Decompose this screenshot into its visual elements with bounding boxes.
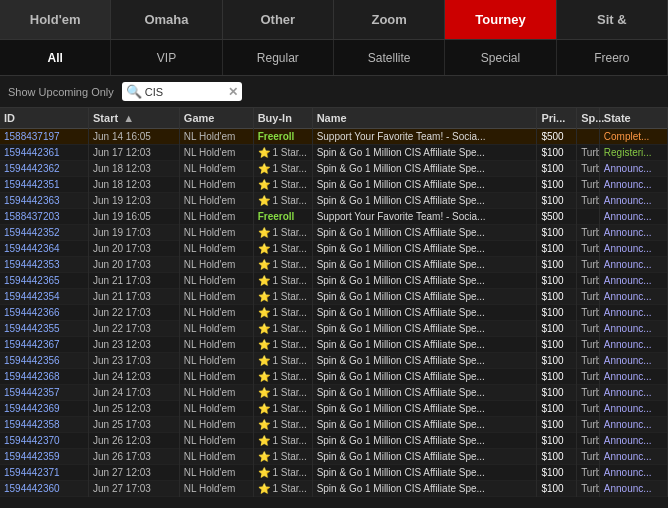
table-row[interactable]: 1594442353 Jun 20 17:03 NL Hold'em ⭐ 1 S… [0,257,668,273]
table-row[interactable]: 1594442357 Jun 24 17:03 NL Hold'em ⭐ 1 S… [0,385,668,401]
cell-buyin: ⭐ 1 Star... [253,465,312,481]
cell-buyin: ⭐ 1 Star... [253,289,312,305]
table-row[interactable]: 1588437197 Jun 14 16:05 NL Hold'em Freer… [0,129,668,145]
tab-other[interactable]: Other [223,0,334,39]
table-row[interactable]: 1594442356 Jun 23 17:03 NL Hold'em ⭐ 1 S… [0,353,668,369]
clear-search-button[interactable]: ✕ [228,86,238,98]
cell-sp: Turbo [577,353,600,369]
cell-price: $100 [537,305,577,321]
cell-price: $100 [537,225,577,241]
search-input[interactable] [145,86,225,98]
cell-name: Spin & Go 1 Million CIS Affiliate Spe... [312,385,537,401]
table-row[interactable]: 1594442364 Jun 20 17:03 NL Hold'em ⭐ 1 S… [0,241,668,257]
col-header-buyin[interactable]: Buy-In [253,108,312,129]
cell-start: Jun 19 12:03 [89,193,180,209]
cell-sp: Turbo [577,305,600,321]
table-row[interactable]: 1594442363 Jun 19 12:03 NL Hold'em ⭐ 1 S… [0,193,668,209]
subtab-special[interactable]: Special [445,40,556,75]
col-header-start[interactable]: Start ▲ [89,108,180,129]
table-row[interactable]: 1594442370 Jun 26 12:03 NL Hold'em ⭐ 1 S… [0,433,668,449]
table-row[interactable]: 1594442368 Jun 24 12:03 NL Hold'em ⭐ 1 S… [0,369,668,385]
cell-price: $100 [537,289,577,305]
table-row[interactable]: 1594442367 Jun 23 12:03 NL Hold'em ⭐ 1 S… [0,337,668,353]
table-row[interactable]: 1594442361 Jun 17 12:03 NL Hold'em ⭐ 1 S… [0,145,668,161]
subtab-regular[interactable]: Regular [223,40,334,75]
cell-state: Announc... [599,273,667,289]
tab-zoom[interactable]: Zoom [334,0,445,39]
cell-start: Jun 19 17:03 [89,225,180,241]
cell-start: Jun 22 17:03 [89,305,180,321]
cell-game: NL Hold'em [179,353,253,369]
cell-id: 1594442362 [0,161,89,177]
cell-name: Spin & Go 1 Million CIS Affiliate Spe... [312,257,537,273]
cell-name: Spin & Go 1 Million CIS Affiliate Spe... [312,145,537,161]
cell-start: Jun 14 16:05 [89,129,180,145]
col-header-game[interactable]: Game [179,108,253,129]
cell-state: Announc... [599,337,667,353]
table-row[interactable]: 1594442359 Jun 26 17:03 NL Hold'em ⭐ 1 S… [0,449,668,465]
table-row[interactable]: 1594442366 Jun 22 17:03 NL Hold'em ⭐ 1 S… [0,305,668,321]
cell-start: Jun 19 16:05 [89,209,180,225]
cell-state: Announc... [599,193,667,209]
cell-start: Jun 27 12:03 [89,465,180,481]
cell-id: 1594442359 [0,449,89,465]
tab-sit[interactable]: Sit & [557,0,668,39]
cell-sp: Turbo [577,257,600,273]
subtab-vip[interactable]: VIP [111,40,222,75]
cell-start: Jun 21 17:03 [89,273,180,289]
cell-buyin: ⭐ 1 Star... [253,353,312,369]
table-row[interactable]: 1594442351 Jun 18 12:03 NL Hold'em ⭐ 1 S… [0,177,668,193]
tab-holdem[interactable]: Hold'em [0,0,111,39]
tab-omaha[interactable]: Omaha [111,0,222,39]
cell-state: Complet... [599,129,667,145]
cell-sp: Turbo [577,417,600,433]
cell-id: 1594442356 [0,353,89,369]
col-header-id[interactable]: ID [0,108,89,129]
cell-sp: Turbo [577,481,600,497]
cell-state: Announc... [599,385,667,401]
subtab-all[interactable]: All [0,40,111,75]
table-row[interactable]: 1594442365 Jun 21 17:03 NL Hold'em ⭐ 1 S… [0,273,668,289]
table-row[interactable]: 1594442354 Jun 21 17:03 NL Hold'em ⭐ 1 S… [0,289,668,305]
cell-start: Jun 17 12:03 [89,145,180,161]
cell-game: NL Hold'em [179,417,253,433]
cell-name: Spin & Go 1 Million CIS Affiliate Spe... [312,417,537,433]
cell-price: $100 [537,369,577,385]
table-row[interactable]: 1594442352 Jun 19 17:03 NL Hold'em ⭐ 1 S… [0,225,668,241]
cell-game: NL Hold'em [179,209,253,225]
cell-id: 1594442367 [0,337,89,353]
cell-id: 1594442352 [0,225,89,241]
table-row[interactable]: 1594442360 Jun 27 17:03 NL Hold'em ⭐ 1 S… [0,481,668,497]
table-row[interactable]: 1594442371 Jun 27 12:03 NL Hold'em ⭐ 1 S… [0,465,668,481]
cell-state: Announc... [599,465,667,481]
col-header-pri[interactable]: Pri... [537,108,577,129]
cell-game: NL Hold'em [179,193,253,209]
cell-sp: Turbo [577,433,600,449]
table-row[interactable]: 1594442362 Jun 18 12:03 NL Hold'em ⭐ 1 S… [0,161,668,177]
cell-game: NL Hold'em [179,241,253,257]
table-row[interactable]: 1588437203 Jun 19 16:05 NL Hold'em Freer… [0,209,668,225]
cell-game: NL Hold'em [179,273,253,289]
cell-game: NL Hold'em [179,289,253,305]
cell-sp: Turbo [577,161,600,177]
cell-sp: Turbo [577,385,600,401]
tab-tourney[interactable]: Tourney [445,0,556,39]
col-header-name[interactable]: Name [312,108,537,129]
subtab-satellite[interactable]: Satellite [334,40,445,75]
subtab-freero[interactable]: Freero [557,40,668,75]
cell-sp: Turbo [577,401,600,417]
table-row[interactable]: 1594442369 Jun 25 12:03 NL Hold'em ⭐ 1 S… [0,401,668,417]
cell-name: Spin & Go 1 Million CIS Affiliate Spe... [312,449,537,465]
cell-buyin: ⭐ 1 Star... [253,337,312,353]
col-header-state[interactable]: State [599,108,667,129]
cell-name: Spin & Go 1 Million CIS Affiliate Spe... [312,433,537,449]
col-header-sp[interactable]: Sp... [577,108,600,129]
cell-start: Jun 23 12:03 [89,337,180,353]
cell-id: 1594442358 [0,417,89,433]
table-row[interactable]: 1594442355 Jun 22 17:03 NL Hold'em ⭐ 1 S… [0,321,668,337]
cell-name: Spin & Go 1 Million CIS Affiliate Spe... [312,161,537,177]
search-wrapper: 🔍 ✕ [122,82,242,101]
table-row[interactable]: 1594442358 Jun 25 17:03 NL Hold'em ⭐ 1 S… [0,417,668,433]
cell-sp: Turbo [577,337,600,353]
cell-id: 1594442363 [0,193,89,209]
